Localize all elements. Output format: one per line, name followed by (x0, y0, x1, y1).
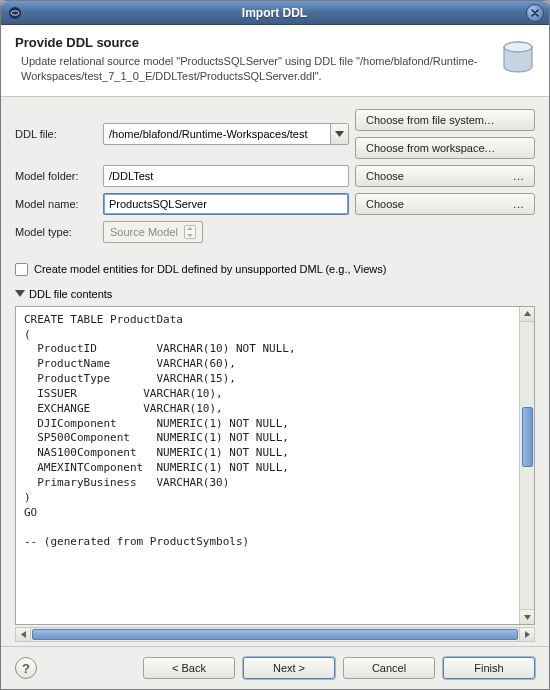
model-type-value: Source Model (110, 226, 178, 238)
ddl-file-input[interactable] (104, 124, 330, 144)
choose-from-filesystem-button[interactable]: Choose from file system... (355, 109, 535, 131)
ddl-contents-text[interactable]: CREATE TABLE ProductData ( ProductID VAR… (16, 307, 519, 624)
ddl-contents-panel: CREATE TABLE ProductData ( ProductID VAR… (15, 306, 535, 625)
choose-from-workspace-button[interactable]: Choose from workspace... (355, 137, 535, 159)
vertical-scrollbar[interactable] (519, 307, 534, 624)
database-icon (493, 37, 535, 79)
ddl-file-combo[interactable] (103, 123, 349, 145)
ddl-contents-label: DDL file contents (29, 288, 112, 300)
model-folder-label: Model folder: (15, 170, 97, 182)
wizard-footer: ? < Back Next > Cancel Finish (1, 646, 549, 689)
horizontal-scrollbar[interactable] (15, 627, 535, 642)
chevron-down-icon (15, 290, 25, 297)
ddl-file-dropdown[interactable] (330, 124, 348, 144)
scroll-left-icon[interactable] (16, 628, 31, 641)
scroll-up-icon[interactable] (520, 307, 535, 322)
wizard-header: Provide DDL source Update relational sou… (1, 25, 549, 97)
back-button[interactable]: < Back (143, 657, 235, 679)
updown-icon (184, 225, 196, 239)
eclipse-app-icon (7, 5, 23, 21)
horizontal-scroll-thumb[interactable] (32, 629, 518, 640)
cancel-button[interactable]: Cancel (343, 657, 435, 679)
vertical-scroll-thumb[interactable] (522, 407, 533, 467)
wizard-body: DDL file: Choose from file system... Cho… (1, 97, 549, 646)
unsupported-dml-label: Create model entities for DDL defined by… (34, 263, 386, 275)
form-grid: DDL file: Choose from file system... Cho… (15, 109, 535, 243)
model-type-combo: Source Model (103, 221, 203, 243)
svg-point-3 (504, 42, 532, 52)
help-button[interactable]: ? (15, 657, 37, 679)
window-title: Import DDL (23, 6, 526, 20)
close-button[interactable] (526, 4, 544, 22)
ddl-contents-disclosure[interactable]: DDL file contents (15, 288, 535, 300)
finish-button[interactable]: Finish (443, 657, 535, 679)
titlebar: Import DDL (1, 1, 549, 25)
model-type-label: Model type: (15, 226, 97, 238)
unsupported-dml-checkbox-row: Create model entities for DDL defined by… (15, 263, 535, 276)
scroll-down-icon[interactable] (520, 609, 535, 624)
ddl-file-label: DDL file: (15, 128, 97, 140)
unsupported-dml-checkbox[interactable] (15, 263, 28, 276)
model-name-input[interactable] (103, 193, 349, 215)
import-ddl-dialog: Import DDL Provide DDL source Update rel… (0, 0, 550, 690)
page-description: Update relational source model "Products… (21, 54, 483, 84)
model-name-label: Model name: (15, 198, 97, 210)
page-title: Provide DDL source (15, 35, 483, 50)
scroll-right-icon[interactable] (519, 628, 534, 641)
choose-model-folder-button[interactable]: Choose... (355, 165, 535, 187)
model-folder-input[interactable] (103, 165, 349, 187)
next-button[interactable]: Next > (243, 657, 335, 679)
choose-model-name-button[interactable]: Choose... (355, 193, 535, 215)
